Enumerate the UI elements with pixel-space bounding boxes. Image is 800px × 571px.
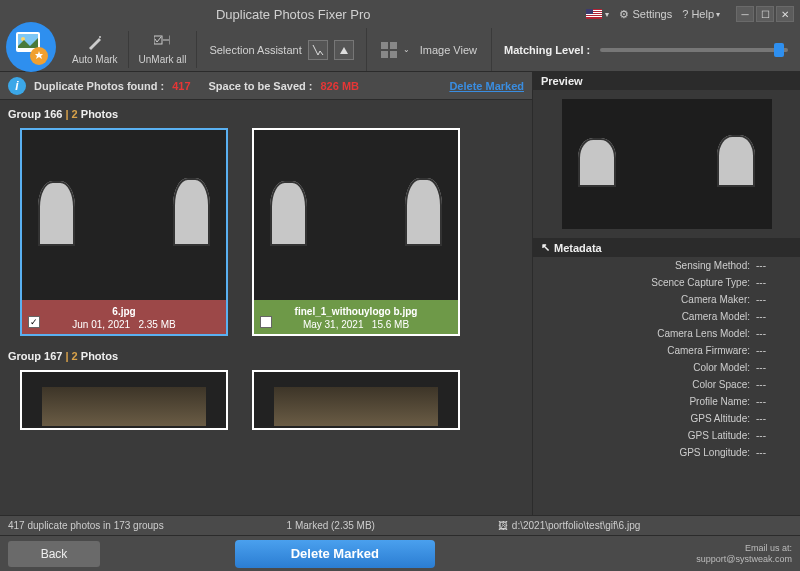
duplicates-found-value: 417	[172, 80, 190, 92]
metadata-value: ---	[756, 311, 792, 322]
main-toolbar: Auto Mark UnMark all Selection Assistant…	[0, 28, 800, 72]
space-saved-label: Space to be Saved :	[209, 80, 313, 92]
file-size: 15.6 MB	[372, 319, 409, 330]
app-logo-icon	[4, 20, 58, 74]
selection-assistant: Selection Assistant	[197, 28, 366, 71]
metadata-key: GPS Altitude:	[541, 413, 756, 424]
uncheck-icon	[154, 34, 170, 52]
gear-icon: ⚙	[619, 8, 629, 21]
metadata-row: Camera Lens Model:---	[533, 325, 800, 342]
photo-card[interactable]: 6.jpg Jun 01, 2021 2.35 MB ✓	[20, 128, 228, 336]
file-date: May 31, 2021	[303, 319, 364, 330]
metadata-value: ---	[756, 362, 792, 373]
titlebar: Duplicate Photos Fixer Pro ▾ ⚙Settings ?…	[0, 0, 800, 28]
selection-tool-1[interactable]	[308, 40, 328, 60]
maximize-button[interactable]: ☐	[756, 6, 774, 22]
app-title: Duplicate Photos Fixer Pro	[6, 7, 580, 22]
metadata-key: GPS Latitude:	[541, 430, 756, 441]
results-scroll[interactable]: Group 166 | 2 Photos 6.jpg Jun 01, 2021 …	[0, 100, 532, 515]
file-date: Jun 01, 2021	[72, 319, 130, 330]
selection-tool-2[interactable]	[334, 40, 354, 60]
wand-icon	[87, 34, 103, 52]
unmark-all-button[interactable]: UnMark all	[129, 31, 198, 68]
minimize-button[interactable]: ─	[736, 6, 754, 22]
metadata-value: ---	[756, 260, 792, 271]
metadata-key: Color Model:	[541, 362, 756, 373]
cursor-icon: ↖	[541, 241, 550, 254]
selection-assistant-label: Selection Assistant	[209, 44, 301, 56]
support-email: Email us at: support@systweak.com	[696, 543, 792, 565]
metadata-key: Profile Name:	[541, 396, 756, 407]
metadata-value: ---	[756, 447, 792, 458]
metadata-row: Color Model:---	[533, 359, 800, 376]
metadata-row: GPS Latitude:---	[533, 427, 800, 444]
metadata-row: Camera Model:---	[533, 308, 800, 325]
status-bar: 417 duplicate photos in 173 groups 1 Mar…	[0, 515, 800, 535]
thumbnail-image	[254, 372, 458, 430]
metadata-key: Scence Capture Type:	[541, 277, 756, 288]
file-icon: 🖼	[498, 520, 508, 531]
photo-card[interactable]: finel_1_withouylogo b.jpg May 31, 2021 1…	[252, 128, 460, 336]
matching-level: Matching Level :	[492, 44, 800, 56]
metadata-value: ---	[756, 430, 792, 441]
metadata-row: Camera Firmware:---	[533, 342, 800, 359]
preview-header: Preview	[533, 72, 800, 90]
select-checkbox[interactable]	[260, 316, 272, 328]
file-size: 2.35 MB	[138, 319, 175, 330]
close-button[interactable]: ✕	[776, 6, 794, 22]
metadata-value: ---	[756, 345, 792, 356]
info-icon: i	[8, 77, 26, 95]
metadata-key: Camera Firmware:	[541, 345, 756, 356]
group-header: Group 166 | 2 Photos	[0, 104, 532, 124]
thumbnail-image	[22, 130, 226, 300]
status-marked: 1 Marked (2.35 MB)	[184, 520, 478, 531]
space-saved-value: 826 MB	[320, 80, 359, 92]
thumbnail-image	[22, 372, 226, 430]
grid-view-icon	[381, 42, 397, 58]
svg-rect-4	[586, 16, 602, 17]
language-flag-icon[interactable]: ▾	[586, 9, 609, 19]
preview-pane	[533, 90, 800, 238]
metadata-key: Sensing Method:	[541, 260, 756, 271]
metadata-value: ---	[756, 277, 792, 288]
metadata-row: GPS Longitude:---	[533, 444, 800, 461]
metadata-key: Camera Maker:	[541, 294, 756, 305]
metadata-header: ↖Metadata	[533, 238, 800, 257]
status-summary: 417 duplicate photos in 173 groups	[8, 520, 164, 531]
svg-point-11	[99, 36, 101, 38]
group-header: Group 167 | 2 Photos	[0, 346, 532, 366]
delete-marked-button[interactable]: Delete Marked	[235, 540, 435, 568]
metadata-key: GPS Longitude:	[541, 447, 756, 458]
matching-level-slider[interactable]	[600, 48, 788, 52]
metadata-value: ---	[756, 328, 792, 339]
photo-card[interactable]	[252, 370, 460, 430]
help-link[interactable]: ? Help▾	[682, 8, 720, 20]
metadata-key: Color Space:	[541, 379, 756, 390]
footer-bar: Back Delete Marked Email us at: support@…	[0, 535, 800, 571]
chevron-down-icon: ⌄	[403, 45, 410, 54]
metadata-row: Camera Maker:---	[533, 291, 800, 308]
filename: finel_1_withouylogo b.jpg	[258, 306, 454, 317]
back-button[interactable]: Back	[8, 541, 100, 567]
stats-bar: i Duplicate Photos found : 417 Space to …	[0, 72, 532, 100]
metadata-row: Scence Capture Type:---	[533, 274, 800, 291]
metadata-list[interactable]: Sensing Method:---Scence Capture Type:--…	[533, 257, 800, 515]
auto-mark-button[interactable]: Auto Mark	[62, 31, 129, 68]
metadata-key: Camera Lens Model:	[541, 328, 756, 339]
settings-link[interactable]: ⚙Settings	[619, 8, 672, 21]
preview-image	[562, 99, 772, 229]
metadata-value: ---	[756, 396, 792, 407]
delete-marked-link[interactable]: Delete Marked	[449, 80, 524, 92]
svg-rect-5	[586, 9, 593, 14]
duplicates-found-label: Duplicate Photos found :	[34, 80, 164, 92]
matching-level-label: Matching Level :	[504, 44, 590, 56]
metadata-row: Profile Name:---	[533, 393, 800, 410]
metadata-value: ---	[756, 413, 792, 424]
select-checkbox[interactable]: ✓	[28, 316, 40, 328]
photo-card[interactable]	[20, 370, 228, 430]
status-filepath: 🖼 d:\2021\portfolio\test\gif\6.jpg	[498, 520, 792, 531]
metadata-row: Sensing Method:---	[533, 257, 800, 274]
metadata-value: ---	[756, 379, 792, 390]
svg-rect-3	[586, 14, 602, 15]
image-view-control[interactable]: ⌄ Image View	[367, 28, 492, 71]
